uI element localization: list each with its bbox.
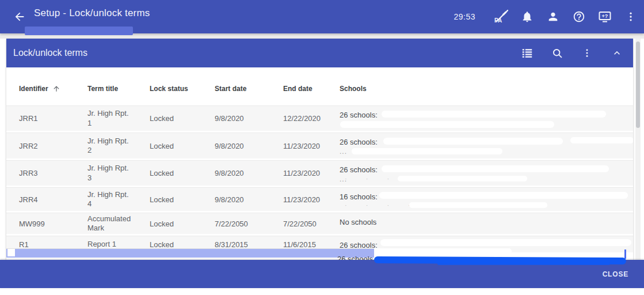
column-header-lock-status[interactable]: Lock status — [150, 85, 215, 93]
scrollbar-track — [635, 39, 641, 260]
session-timer: 29:53 — [454, 12, 475, 21]
sort-ascending-icon — [52, 85, 60, 93]
cell-term-title: Report 1 — [87, 240, 132, 249]
cell-lock-status: Locked — [150, 114, 215, 123]
cell-lock-status: Locked — [150, 220, 215, 228]
redacted-text — [570, 137, 633, 143]
redacted-text — [340, 121, 554, 128]
cell-identifier: MW999 — [19, 220, 87, 228]
cell-lock-status: Locked — [150, 240, 215, 249]
account-icon[interactable] — [546, 10, 560, 24]
app-bar: Setup - Lock/unlock terms 29:53 PA — [0, 0, 644, 33]
panel-title: Lock/unlock terms — [13, 48, 87, 58]
redacted-text — [380, 239, 631, 246]
cell-end-date: 11/23/2020 — [283, 195, 340, 204]
cell-end-date: 11/23/2020 — [283, 142, 340, 150]
cell-start-date: 9/8/2020 — [215, 114, 283, 123]
inner-scroll-indicator — [624, 249, 626, 259]
collapse-icon[interactable] — [610, 46, 624, 60]
selected-row-highlight[interactable] — [6, 248, 374, 258]
table-row[interactable]: JRR4 Jr. High Rpt. 4 Locked 9/8/2020 11/… — [6, 187, 633, 211]
app-title-group: Setup - Lock/unlock terms — [34, 14, 150, 19]
cell-start-date: 7/22/2050 — [215, 220, 283, 228]
column-header-schools[interactable]: Schools — [340, 85, 633, 93]
redacted-text — [379, 192, 628, 199]
cell-start-date: 9/8/2020 — [215, 195, 283, 204]
panel-header: Lock/unlock terms — [6, 39, 633, 67]
redaction-marker-tail — [437, 262, 610, 265]
cell-term-title: Jr. High Rpt. 2 — [87, 137, 132, 156]
cell-lock-status: Locked — [150, 195, 215, 204]
table-row[interactable]: JRR2 Jr. High Rpt. 2 Locked 9/8/2020 11/… — [6, 133, 633, 158]
column-header-start-date[interactable]: Start date — [215, 85, 283, 93]
redacted-text — [383, 138, 563, 145]
redacted-text — [352, 148, 502, 154]
cell-end-date: 12/22/2020 — [283, 114, 340, 123]
cell-end-date: 11/6/2015 — [283, 240, 340, 249]
redacted-text — [382, 165, 609, 172]
more-icon[interactable] — [624, 10, 638, 24]
cell-term-title: Jr. High Rpt. 1 — [87, 109, 132, 128]
cell-term-title: Jr. High Rpt. 4 — [87, 190, 132, 209]
cell-term-title: Accumulated Mark — [87, 214, 132, 233]
cell-start-date: 8/31/2015 — [215, 240, 283, 249]
app-bar-actions: 29:53 PA +? — [454, 10, 644, 24]
close-button[interactable]: CLOSE — [595, 264, 637, 284]
cell-end-date: 11/23/2020 — [283, 169, 340, 177]
cell-end-date: 7/22/2050 — [283, 220, 340, 228]
cell-lock-status: Locked — [150, 142, 215, 150]
cell-start-date: 9/8/2020 — [215, 169, 283, 177]
app-title: Setup - Lock/unlock terms — [34, 7, 150, 19]
cell-identifier: JRR2 — [19, 142, 87, 150]
redacted-subtitle — [25, 27, 133, 35]
back-arrow-icon[interactable] — [13, 10, 26, 24]
pa-disabled-icon[interactable]: PA — [494, 10, 508, 24]
cell-start-date: 9/8/2020 — [215, 142, 283, 150]
list-view-icon[interactable] — [520, 46, 534, 60]
cell-schools: No schools — [340, 213, 633, 226]
scrollbar-thumb[interactable] — [636, 41, 640, 128]
redacted-text — [409, 202, 547, 208]
panel-actions — [520, 46, 633, 60]
table-row[interactable]: JRR1 Jr. High Rpt. 1 Locked 9/8/2020 12/… — [6, 105, 633, 131]
cell-identifier: JRR3 — [19, 169, 87, 177]
cell-identifier: R1 — [19, 240, 87, 249]
table-row[interactable]: MW999 Accumulated Mark Locked 7/22/2050 … — [6, 213, 633, 234]
redacted-text — [7, 249, 15, 256]
column-header-end-date[interactable]: End date — [283, 85, 340, 93]
column-header-term-title[interactable]: Term title — [87, 85, 150, 93]
cell-term-title: Jr. High Rpt. 3 — [87, 164, 132, 183]
cell-identifier: JRR4 — [19, 195, 87, 204]
cell-identifier: JRR1 — [19, 114, 87, 123]
column-header-identifier[interactable]: Identifier — [19, 85, 87, 93]
notifications-icon[interactable] — [520, 10, 534, 24]
screen: Setup - Lock/unlock terms 29:53 PA — [0, 0, 644, 295]
table-header-row: Identifier Term title Lock status Start … — [6, 67, 633, 105]
lock-unlock-panel: Lock/unlock terms — [6, 39, 633, 260]
cell-lock-status: Locked — [150, 169, 215, 177]
table-body: JRR1 Jr. High Rpt. 1 Locked 9/8/2020 12/… — [6, 105, 633, 252]
redacted-text — [398, 176, 527, 181]
remote-support-icon[interactable]: +? — [598, 10, 612, 24]
help-icon[interactable] — [572, 10, 586, 24]
svg-text:+?: +? — [602, 13, 608, 19]
panel-more-icon[interactable] — [580, 46, 594, 60]
redacted-text — [382, 111, 606, 118]
search-icon[interactable] — [550, 46, 564, 60]
table-row[interactable]: JRR3 Jr. High Rpt. 3 Locked 9/8/2020 11/… — [6, 160, 633, 186]
